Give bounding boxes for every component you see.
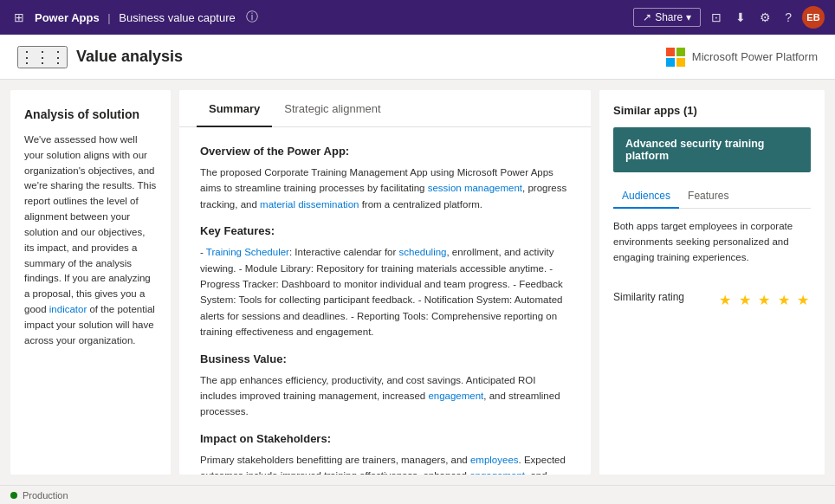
left-panel: Analysis of solution We've assessed how … [10,90,171,475]
overview-title: Overview of the Power App: [200,145,570,158]
share-button[interactable]: ↗ Share ▾ [633,8,701,27]
highlight-indicator: indicator [49,304,87,314]
similarity-section: Similarity rating ★ ★ ★ ★ ★ [613,291,811,308]
ms-square-red [666,48,675,56]
center-panel: Summary Strategic alignment Overview of … [179,90,591,475]
ms-square-green [676,48,685,56]
platform-name: Microsoft Power Platform [692,50,818,63]
sub-tabs: Audiences Features [613,184,811,209]
page-title: Value analysis [76,48,183,66]
stakeholders-title: Impact on Stakeholders: [200,432,570,445]
topbar-right: ↗ Share ▾ ⊡ ⬇ ⚙ ? EB [633,6,825,29]
info-icon[interactable]: ⓘ [243,6,262,29]
audience-description: Both apps target employees in corporate … [613,219,811,265]
status-label: Production [23,490,68,501]
status-bar: Production [0,485,835,504]
link-scheduler: Training Scheduler [206,247,289,257]
topbar-left: ⊞ Power Apps | Business value capture ⓘ [10,6,262,29]
ms-square-yellow [676,58,685,67]
avatar[interactable]: EB [802,6,825,29]
tab-summary[interactable]: Summary [197,90,272,127]
expand-icon[interactable]: ⊡ [708,7,725,28]
link-session: session management [428,183,522,193]
stakeholders-text: Primary stakeholders benefitting are tra… [200,452,570,475]
page-header-left: ⋮⋮⋮ Value analysis [17,46,183,68]
status-dot [10,492,17,499]
sub-tab-features[interactable]: Features [679,184,737,209]
sub-tab-audiences[interactable]: Audiences [613,184,679,209]
right-panel: Similar apps (1) Advanced security train… [599,90,825,475]
waffle-grid-icon[interactable]: ⋮⋮⋮ [17,46,68,68]
topbar: ⊞ Power Apps | Business value capture ⓘ … [0,0,835,35]
topbar-app-name: Power Apps | Business value capture [35,11,236,24]
link-scheduling: scheduling [399,247,447,257]
similarity-stars: ★ ★ ★ ★ ★ [719,292,811,308]
waffle-icon[interactable]: ⊞ [10,7,28,28]
similar-apps-title: Similar apps (1) [613,104,811,117]
tabs-row: Summary Strategic alignment [179,90,591,127]
tab-strategic-alignment[interactable]: Strategic alignment [272,90,392,127]
link-material: material dissemination [260,199,359,210]
business-value-title: Business Value: [200,352,570,365]
page-header: ⋮⋮⋮ Value analysis Microsoft Power Platf… [0,35,835,80]
help-icon[interactable]: ? [781,7,795,28]
ms-squares-icon [666,48,685,67]
main-content: Analysis of solution We've assessed how … [0,80,835,485]
similar-app-name: Advanced security training platform [625,138,764,162]
chevron-down-icon: ▾ [686,11,691,23]
key-features-text: - Training Scheduler: Interactive calend… [200,244,570,339]
center-content: Overview of the Power App: The proposed … [179,127,591,475]
ms-square-blue [666,58,675,67]
link-engagement2: engagement [469,470,525,475]
ms-logo: Microsoft Power Platform [666,48,818,67]
similar-app-card[interactable]: Advanced security training platform [613,127,811,172]
left-panel-title: Analysis of solution [24,106,157,124]
key-features-title: Key Features: [200,224,570,237]
business-value-text: The app enhances efficiency, productivit… [200,372,570,420]
left-panel-text: We've assessed how well your solution al… [24,132,157,348]
similarity-label: Similarity rating [613,291,684,303]
link-engagement: engagement [428,391,483,401]
download-icon[interactable]: ⬇ [732,7,749,28]
overview-text: The proposed Corporate Training Manageme… [200,165,570,212]
settings-icon[interactable]: ⚙ [756,7,774,28]
share-icon: ↗ [643,11,651,23]
link-employees: employees [470,455,519,465]
